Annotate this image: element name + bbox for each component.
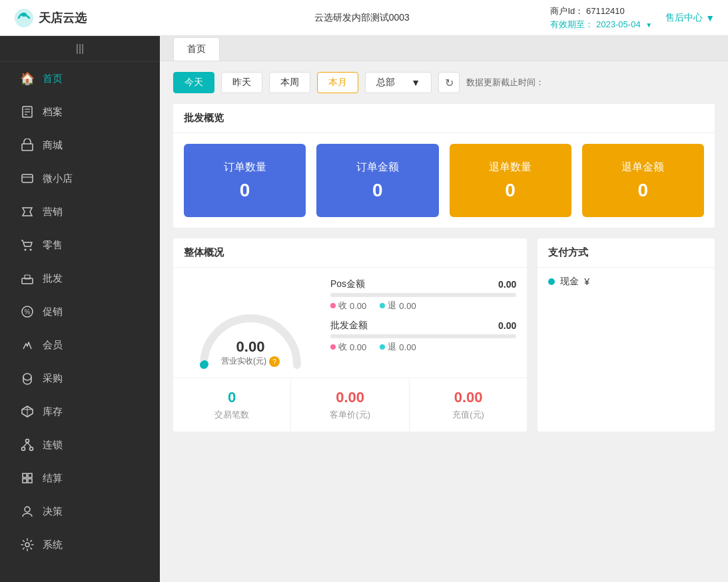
wholesale-sub-stats: 收 0.00 退 0.00 (330, 341, 516, 353)
settlement-icon (20, 471, 35, 485)
sidebar-item-chain-label: 连锁 (43, 439, 63, 451)
order-amount-value: 0 (372, 180, 383, 201)
overall-title: 整体概况 (173, 238, 527, 268)
sidebar-item-home[interactable]: 🏠 首页 (0, 62, 160, 95)
tab-home[interactable]: 首页 (173, 37, 220, 61)
pos-bar (330, 293, 516, 297)
sidebar-item-shop[interactable]: 商城 (0, 129, 160, 162)
order-amount-label: 订单金额 (356, 160, 399, 174)
help-icon[interactable]: ? (269, 356, 280, 367)
header-right: 商户Id： 67112410 有效期至： 2023-05-04 ▼ 售后中心 ▼ (550, 5, 715, 31)
stats-list: Pos金额 0.00 收 0.00 (330, 278, 516, 361)
svg-point-30 (25, 543, 29, 547)
pos-sub-stats: 收 0.00 退 0.00 (330, 300, 516, 312)
payment-title: 支付方式 (538, 238, 715, 268)
retail-icon (20, 238, 35, 252)
micro-shop-icon (20, 171, 35, 186)
pos-amount-label: Pos金额 (330, 278, 365, 290)
sidebar-item-retail-label: 零售 (43, 239, 63, 252)
return-count-label: 退单数量 (489, 160, 532, 174)
sidebar-item-system-label: 系统 (43, 539, 63, 551)
merchant-info: 商户Id： 67112410 有效期至： 2023-05-04 ▼ (550, 5, 652, 31)
wholesale-bar (330, 334, 516, 338)
marketing-icon (20, 204, 35, 219)
files-icon (20, 105, 35, 119)
org-dropdown-arrow: ▼ (411, 77, 420, 88)
gauge-label: 营业实收(元) ? (221, 356, 280, 367)
header-app-name: 云选研发内部测试0003 (173, 12, 550, 24)
transaction-count-value: 0 (184, 389, 280, 406)
bottom-row: 整体概况 0.00 营业实收(元) (173, 238, 715, 432)
pos-receive-stat: 收 0.00 (330, 300, 366, 312)
svg-point-21 (22, 447, 25, 451)
home-icon: 🏠 (20, 71, 35, 86)
sidebar-item-files[interactable]: 档案 (0, 95, 160, 129)
gauge-value: 0.00 (236, 338, 265, 356)
cash-value: ¥ (584, 276, 589, 287)
wholesale-icon (20, 271, 35, 286)
pos-stats-item: Pos金额 0.00 收 0.00 (330, 278, 516, 312)
sidebar-item-chain[interactable]: 连锁 (0, 428, 160, 461)
system-icon (20, 537, 35, 552)
today-button[interactable]: 今天 (173, 72, 214, 93)
validity-dropdown-arrow[interactable]: ▼ (645, 21, 652, 29)
this-week-button[interactable]: 本周 (269, 72, 310, 93)
sidebar-item-marketing-label: 营销 (43, 206, 63, 218)
svg-marker-9 (23, 208, 32, 216)
filter-bar: 今天 昨天 本周 本月 总部 ▼ ↻ 数据更新截止时间： (173, 72, 715, 93)
this-month-button[interactable]: 本月 (317, 72, 358, 93)
sidebar-collapse-button[interactable]: ||| (0, 36, 160, 62)
sidebar-item-shop-label: 商城 (43, 139, 63, 152)
svg-rect-28 (28, 479, 32, 483)
svg-rect-25 (23, 473, 27, 477)
sidebar-item-marketing[interactable]: 营销 (0, 195, 160, 228)
order-count-card: 订单数量 0 (184, 144, 306, 217)
refresh-button[interactable]: ↻ (438, 72, 460, 93)
member-icon (20, 338, 35, 352)
payment-cash-item: 现金 ¥ (538, 268, 715, 296)
payment-section: 支付方式 现金 ¥ (538, 238, 715, 432)
svg-text:%: % (25, 308, 31, 316)
sidebar-item-wholesale[interactable]: 批发 (0, 262, 160, 295)
svg-point-1 (21, 13, 27, 17)
svg-point-20 (26, 439, 29, 443)
sidebar-item-member-label: 会员 (43, 339, 63, 352)
sidebar-item-retail[interactable]: 零售 (0, 228, 160, 262)
wholesale-amount-value: 0.00 (498, 320, 516, 331)
data-update-time: 数据更新截止时间： (466, 77, 544, 89)
svg-rect-7 (22, 174, 33, 182)
sidebar-item-decision-label: 决策 (43, 505, 63, 518)
sidebar-item-decision[interactable]: 决策 (0, 495, 160, 528)
gauge-container: 0.00 营业实收(元) ? (184, 278, 317, 367)
svg-rect-26 (28, 473, 32, 477)
svg-line-24 (27, 443, 31, 447)
logo-text: 天店云选 (39, 10, 87, 26)
order-count-label: 订单数量 (224, 160, 266, 174)
logo-icon (13, 7, 35, 29)
org-dropdown[interactable]: 总部 ▼ (365, 72, 432, 93)
avg-order-label: 客单价(元) (302, 409, 398, 421)
svg-point-11 (30, 249, 32, 251)
shop-icon (20, 138, 35, 152)
sidebar-item-inventory-label: 库存 (43, 406, 63, 418)
sidebar-item-inventory[interactable]: 库存 (0, 395, 160, 428)
recharge-value: 0.00 (420, 389, 516, 406)
svg-rect-6 (22, 144, 33, 150)
sidebar-item-member[interactable]: 会员 (0, 328, 160, 362)
overall-body: 0.00 营业实收(元) ? Pos金额 (173, 268, 527, 378)
sidebar-item-purchase-label: 采购 (43, 372, 63, 385)
sidebar-item-settlement[interactable]: 结算 (0, 461, 160, 495)
wholesale-stats-item: 批发金额 0.00 收 0.00 (330, 320, 516, 353)
yesterday-button[interactable]: 昨天 (221, 72, 262, 93)
wholesale-receive-stat: 收 0.00 (330, 341, 366, 353)
wholesale-receive-dot (330, 344, 336, 350)
order-amount-card: 订单金额 0 (316, 144, 438, 217)
sidebar-item-purchase[interactable]: 采购 (0, 362, 160, 395)
after-sale-button[interactable]: 售后中心 ▼ (665, 12, 715, 24)
sidebar-item-micro-shop[interactable]: 微小店 (0, 162, 160, 195)
sidebar: ||| 🏠 首页 档案 商城 微小店 营 (0, 36, 160, 582)
sidebar-item-micro-shop-label: 微小店 (43, 172, 73, 185)
order-count-value: 0 (240, 180, 250, 201)
sidebar-item-system[interactable]: 系统 (0, 528, 160, 561)
sidebar-item-promotion[interactable]: % 促销 (0, 295, 160, 328)
